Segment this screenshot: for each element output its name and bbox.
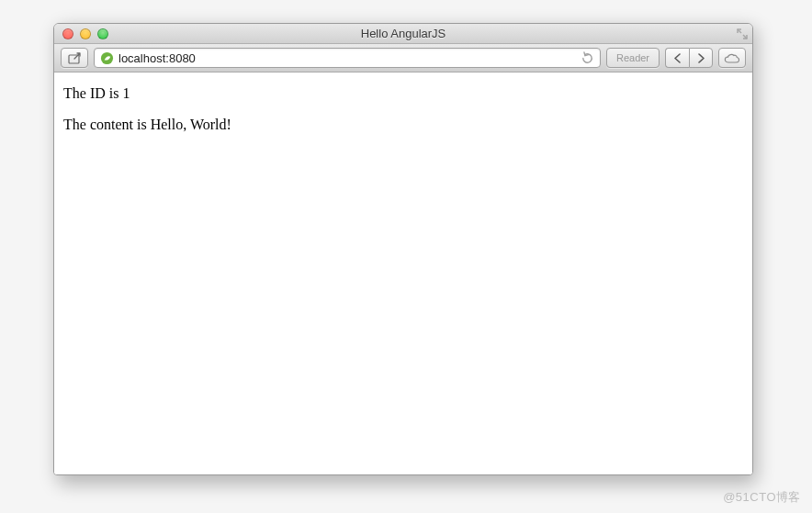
chevron-right-icon — [697, 53, 705, 63]
minimize-button[interactable] — [80, 28, 91, 39]
browser-window: Hello AngularJS Reader — [53, 23, 753, 475]
close-button[interactable] — [62, 28, 73, 39]
nav-group — [665, 48, 713, 68]
id-text: The ID is 1 — [63, 85, 743, 102]
back-button[interactable] — [665, 48, 689, 68]
window-title: Hello AngularJS — [54, 27, 752, 40]
zoom-button[interactable] — [97, 28, 108, 39]
favicon-spring-icon — [100, 51, 114, 65]
reader-button[interactable]: Reader — [606, 48, 660, 68]
share-icon — [68, 52, 82, 64]
toolbar: Reader — [54, 44, 752, 72]
reload-button[interactable] — [581, 51, 594, 65]
page-content: The ID is 1 The content is Hello, World! — [54, 72, 752, 474]
chevron-left-icon — [673, 53, 682, 63]
url-input[interactable] — [118, 51, 576, 65]
fullscreen-icon[interactable] — [736, 28, 749, 40]
forward-button[interactable] — [689, 48, 713, 68]
content-text: The content is Hello, World! — [63, 117, 743, 133]
cloud-icon — [724, 52, 740, 63]
icloud-tabs-button[interactable] — [718, 48, 746, 68]
watermark: @51CTO博客 — [723, 489, 801, 506]
share-button[interactable] — [61, 48, 88, 68]
titlebar: Hello AngularJS — [54, 24, 752, 44]
url-bar[interactable] — [94, 48, 601, 68]
traffic-lights — [62, 28, 108, 39]
